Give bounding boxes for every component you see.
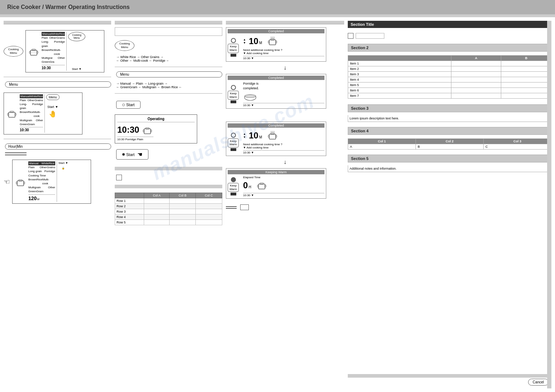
col4-checkbox-1[interactable]	[348, 33, 354, 39]
menu-oval-label-2: Menu	[120, 72, 129, 76]
arrow-down-2: ↓	[226, 159, 344, 165]
cooking-menu-oval-1: Cooking Menu	[4, 46, 23, 57]
svg-rect-31	[257, 185, 258, 187]
panel4-elapsed-row: 0 H	[243, 179, 324, 192]
completed-bar-3: Completed	[228, 123, 324, 128]
keep-warm-base-4	[231, 193, 236, 195]
menu-oval-2[interactable]: Menu	[116, 71, 222, 77]
svg-rect-17	[151, 130, 152, 132]
start-btn-1-wrapper: Start	[116, 101, 222, 109]
panel3-arrows: ▲ ▼	[243, 132, 246, 139]
cancel-button[interactable]: Cancel	[528, 379, 549, 386]
right-side-2: Menu Start ▼ 🤚	[46, 94, 60, 133]
col3-header-bar	[226, 21, 344, 24]
hand-icon-1: 🤚	[49, 110, 57, 118]
panel4-elapsed-time: 0 H	[243, 180, 251, 190]
keep-warm-base-1	[231, 54, 236, 57]
cooking-menu-label-1: Cooking Menu	[8, 48, 19, 55]
keep-warm-base-3	[231, 148, 236, 151]
keep-warm-panel-1: Completed KeepWarm ▲ ▼	[226, 27, 326, 62]
pot-svg-3	[14, 176, 27, 188]
col4-section-3-text: Lorem ipsum description text here.	[348, 115, 551, 122]
panel2-display: Porridge iscompleted. 10:30 ▼	[243, 81, 324, 107]
menu-item-manual-3: ManualWhiteRice	[28, 161, 55, 165]
keep-warm-btn-1: KeepWarm	[228, 38, 239, 56]
start-label-btn2: Start	[126, 152, 134, 157]
col2-table-header-3: Col C	[196, 193, 222, 198]
col2-table-header-1: Col A	[144, 193, 170, 198]
start-label-2: Start ▼	[47, 105, 58, 109]
table-row: A B C	[348, 144, 551, 150]
panel4-clock: 10:30 ▼	[243, 193, 324, 197]
svg-rect-9	[15, 113, 16, 115]
col3-spacer	[226, 112, 344, 119]
panel4-content: KeepWarm Elapsed Time 0 H	[228, 176, 324, 197]
start-dot-filled	[122, 153, 125, 156]
table-row: Row 1	[115, 198, 222, 204]
col4-bottom-bar	[348, 374, 551, 378]
hand-icon-3: ☚	[137, 151, 142, 158]
panel2-text: Porridge iscompleted.	[243, 81, 324, 90]
panel3-content: KeepWarm ▲ ▼ 10 M	[228, 129, 324, 154]
menu-item-plain: PlainOtherGrains	[42, 36, 65, 40]
panel1-question: Need additional cooking time ?	[243, 48, 324, 52]
keep-warm-btn-4: KeepWarm	[228, 177, 239, 195]
table-row: Item 1	[348, 61, 551, 66]
col4-input-box-1[interactable]	[356, 33, 384, 39]
header-title: Rice Cooker / Warmer Operating Instructi…	[7, 4, 130, 10]
panel1-arrows: ▲ ▼	[243, 38, 246, 44]
panel2-bowl-icon	[243, 91, 324, 102]
cooker-inner-3: ManualWhiteRice PlainOtherGrains Long gr…	[14, 161, 89, 202]
keep-warm-dot-3	[231, 133, 236, 138]
col4-section1-content	[348, 33, 551, 39]
col3-box	[240, 204, 249, 210]
menu-list-3: ManualWhiteRice PlainOtherGrains Long gr…	[28, 161, 57, 202]
cooker-display-3: ManualWhiteRice PlainOtherGrains Long gr…	[12, 160, 91, 204]
flow-line-1a: → White Rice → Other Grains →	[116, 55, 222, 59]
checkbox-1[interactable]	[116, 175, 122, 180]
menu-item-gg-3: GreenGram	[28, 189, 55, 193]
svg-rect-8	[8, 113, 9, 115]
start-dot-empty	[122, 104, 125, 106]
menu-item-multigrain: MultigraiOther	[42, 56, 65, 60]
menu-item-plain-2: PlainOtherGrains	[20, 98, 43, 102]
col2-input-box[interactable]	[115, 27, 222, 36]
menu-item-plain-3: PlainOtherGrains	[28, 165, 55, 169]
menu-item-manual: ManualWhiteRice	[42, 32, 65, 36]
col4-table-2: Col 1 Col 2 Col 3 A B C	[348, 138, 551, 150]
table-row: Item 4	[348, 77, 551, 82]
display-time-1: 10:30	[42, 65, 65, 71]
main-content: Cooking Menu	[0, 17, 555, 392]
svg-rect-13	[24, 182, 25, 184]
col2-table: Col A Col B Col C Row 1 Row 2 Row 3	[115, 193, 222, 225]
start-button-2[interactable]: Start ☚	[116, 149, 148, 160]
panel3-time-unit: M	[259, 135, 262, 139]
operating-content: 10:30 10:30 Porridge Plain	[117, 124, 195, 141]
panel3-pot	[266, 129, 279, 142]
operating-time-display: 10:30 10:30 Porridge Plain	[117, 124, 153, 141]
table-row: Row 3	[115, 209, 222, 214]
svg-rect-28	[276, 135, 277, 137]
column-4: Section Title Section 2 A B	[348, 21, 551, 388]
flow-line-1b: ← Other ← Multi-cook ← Porridge ←	[116, 59, 222, 62]
col4-t2-th-3: Col 3	[484, 139, 551, 144]
col3-line-2	[226, 208, 237, 209]
cooking-menu-label-2: Cooking Menu	[119, 42, 130, 49]
start-button-1[interactable]: Start	[116, 101, 141, 109]
col4-section-2-header: Section 2	[348, 44, 551, 52]
svg-rect-21	[276, 41, 277, 43]
hour-min-oval-1[interactable]: Hour|Min	[5, 143, 111, 150]
table-row: Row 5	[115, 220, 222, 225]
cooking-menu-small-1: CookingMenu	[68, 32, 85, 41]
col3-line-1	[226, 206, 237, 207]
col4-header-title: Section Title	[351, 22, 374, 27]
panel2-content: KeepWarm Porridge iscompleted.	[228, 81, 324, 107]
operating-submenu: 10:30 Porridge Plain	[117, 137, 153, 141]
svg-rect-29	[258, 184, 265, 189]
menu-oval-1[interactable]: Menu	[5, 81, 111, 88]
panel1-addtime: ▼ Add cooking time	[243, 52, 324, 55]
column-3: Completed KeepWarm ▲ ▼	[226, 21, 344, 388]
col4-section-3-title: Section 3	[351, 106, 369, 110]
menu-oval-label-1: Menu	[9, 82, 18, 86]
keep-warm-panel-3: Completed KeepWarm ▲ ▼	[226, 122, 326, 156]
